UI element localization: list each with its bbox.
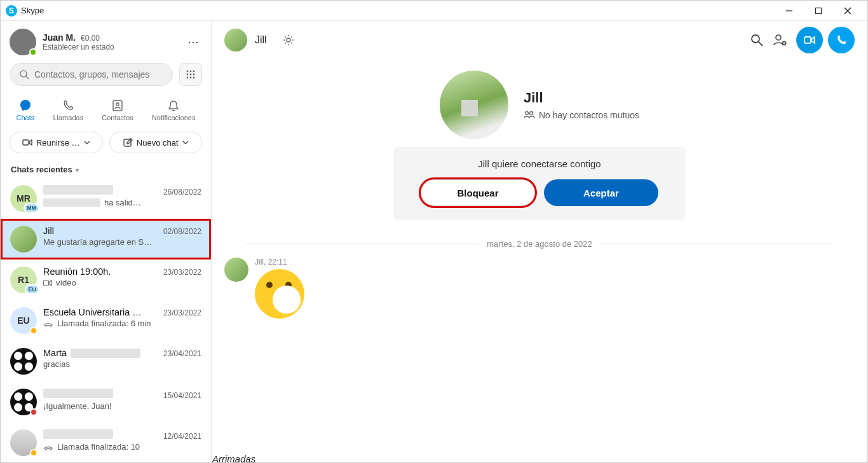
video-icon <box>22 137 32 148</box>
chat-item-name <box>43 429 113 439</box>
chat-item-date: 23/03/2022 <box>163 268 201 277</box>
tab-calls-label: Llamadas <box>53 114 83 121</box>
svg-point-8 <box>193 71 195 73</box>
chat-item-avatar <box>10 389 37 415</box>
svg-point-24 <box>776 35 781 40</box>
conversation-avatar[interactable] <box>224 29 247 52</box>
conversation-pane: Jill <box>212 21 867 462</box>
svg-point-11 <box>193 74 195 76</box>
chat-list-item[interactable]: 15/04/2021¡Igualmente, Juan! <box>1 382 211 422</box>
gear-icon <box>282 34 295 46</box>
dialpad-button[interactable] <box>179 63 202 86</box>
me-status[interactable]: Establecer un estado <box>43 43 114 52</box>
svg-point-4 <box>20 71 27 77</box>
bell-icon <box>167 99 180 113</box>
chat-item-name: Reunión 19:00h. <box>43 266 111 277</box>
window-maximize-button[interactable] <box>804 1 833 21</box>
window-close-button[interactable] <box>833 1 862 21</box>
person-add-icon <box>772 32 787 48</box>
avatar-badge: MM <box>24 203 39 213</box>
invite-card: Jill quiere conectarse contigo Bloquear … <box>393 147 686 220</box>
audio-call-button[interactable] <box>828 27 855 53</box>
chat-item-avatar <box>10 429 37 456</box>
me-avatar[interactable] <box>10 29 36 55</box>
search-input[interactable]: Contactos, grupos, mensajes <box>10 63 173 86</box>
tab-notifications-label: Notificaciones <box>152 114 195 121</box>
new-chat-button[interactable]: Nuevo chat <box>109 132 203 153</box>
meet-now-button[interactable]: Reunirse … <box>10 132 103 153</box>
conversation-header: Jill <box>212 21 867 59</box>
video-icon <box>43 279 52 287</box>
app-title: Skype <box>21 6 44 15</box>
sidebar: Juan M. €0,00 Establecer un estado ⋯ Con… <box>1 21 212 462</box>
chat-item-date: 23/03/2022 <box>163 308 201 317</box>
svg-point-22 <box>752 35 759 43</box>
chat-item-avatar <box>10 348 37 375</box>
chevron-down-icon: ▾ <box>76 167 79 174</box>
phone-icon <box>835 34 848 46</box>
tab-chats[interactable]: Chats <box>13 96 39 124</box>
svg-point-29 <box>526 112 529 115</box>
recent-chats-header[interactable]: Chats recientes ▾ <box>1 161 211 178</box>
chat-item-snippet: Llamada finalizada: 6 min <box>43 319 201 328</box>
svg-point-9 <box>187 74 189 76</box>
header-search-button[interactable] <box>745 29 768 52</box>
chat-list-item[interactable]: R1EUReunión 19:00h.23/03/2022vídeo <box>1 259 211 300</box>
chat-item-snippet: Me gustaría agregarte en S… <box>43 237 201 247</box>
svg-point-30 <box>530 112 533 115</box>
call-end-icon <box>43 443 53 451</box>
chat-list-item[interactable]: Marta 23/04/2021gracias <box>1 341 211 382</box>
tab-chats-label: Chats <box>17 114 35 121</box>
tab-notifications[interactable]: Notificaciones <box>148 96 199 124</box>
mutual-contacts-text: No hay contactos mutuos <box>539 110 639 120</box>
video-icon <box>803 33 817 47</box>
me-balance[interactable]: €0,00 <box>81 34 100 43</box>
chat-list-item[interactable]: MRMM26/08/2022 ha salid… <box>1 178 211 219</box>
add-people-button[interactable] <box>768 29 791 52</box>
contact-name: Jill <box>524 90 639 106</box>
block-button[interactable]: Bloquear <box>421 179 535 206</box>
call-end-icon <box>43 320 53 328</box>
chat-item-name: Escuela Universitaria … <box>43 307 142 317</box>
chat-list-item[interactable]: EUEscuela Universitaria …23/03/2022Llama… <box>1 300 211 341</box>
nav-tabs: Chats Llamadas Contactos <box>1 92 211 127</box>
accept-button[interactable]: Aceptar <box>544 179 658 206</box>
contact-profile-card: Jill No hay contactos mutuos <box>336 71 743 139</box>
chat-item-snippet: gracias <box>43 359 201 369</box>
window-minimize-button[interactable] <box>775 1 804 21</box>
svg-point-12 <box>187 77 189 79</box>
svg-line-23 <box>759 42 763 46</box>
contact-avatar-large[interactable] <box>440 71 508 139</box>
chat-list: MRMM26/08/2022 ha salid…Jill02/08/2022Me… <box>1 178 211 462</box>
message-avatar[interactable] <box>224 258 248 282</box>
chat-item-name <box>43 185 113 195</box>
svg-point-17 <box>116 103 119 106</box>
chevron-down-icon <box>182 139 189 146</box>
compose-icon <box>123 137 133 148</box>
invite-text: Jill quiere conectarse contigo <box>406 158 673 169</box>
svg-point-14 <box>193 77 195 79</box>
chat-item-snippet: ¡Igualmente, Juan! <box>43 401 201 411</box>
settings-button[interactable] <box>277 29 300 52</box>
chat-item-date: 12/04/2021 <box>163 432 201 441</box>
wave-emoji-icon <box>255 269 304 319</box>
window-titlebar: S Skype <box>1 1 867 21</box>
chat-list-item[interactable]: 12/04/2021Llamada finalizada: 10 <box>1 422 211 462</box>
svg-point-21 <box>287 38 290 42</box>
video-call-button[interactable] <box>796 27 823 53</box>
svg-point-15 <box>20 100 31 110</box>
me-name[interactable]: Juan M. <box>43 32 76 43</box>
presence-dot-icon <box>30 327 37 335</box>
chat-item-name: Marta <box>43 348 140 358</box>
svg-rect-28 <box>804 37 811 43</box>
more-menu-button[interactable]: ⋯ <box>184 33 202 51</box>
tab-contacts[interactable]: Contactos <box>98 96 137 124</box>
chat-list-item[interactable]: Jill02/08/2022Me gustaría agregarte en S… <box>1 219 211 259</box>
svg-point-6 <box>187 71 189 73</box>
chat-item-avatar: EU <box>10 307 37 334</box>
svg-point-13 <box>190 77 192 79</box>
chat-item-date: 26/08/2022 <box>163 188 201 197</box>
tab-calls[interactable]: Llamadas <box>49 96 87 124</box>
new-chat-label: Nuevo chat <box>137 138 179 148</box>
conversation-name[interactable]: Jill <box>255 34 267 46</box>
